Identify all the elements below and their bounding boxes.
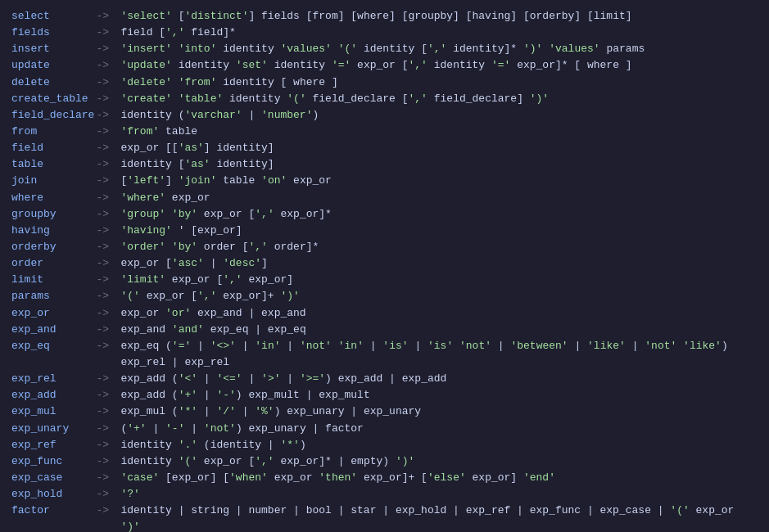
grammar-table: select->'select' ['distinct'] fields [fr… [11,8,758,532]
rule-body: exp_add ('<' | '<=' | '>' | '>=') exp_ad… [120,371,758,387]
rule-name: having [11,223,96,239]
rule-name: insert [11,41,96,57]
rule-name: exp_eq [11,338,96,371]
rule-arrow: -> [96,486,120,503]
rule-name: select [11,8,96,25]
grammar-row: join->['left'] 'join' table 'on' exp_or [11,173,758,189]
rule-arrow: -> [96,288,120,304]
rule-body: '?' [120,486,758,503]
rule-arrow: -> [96,239,120,255]
rule-name: exp_unary [11,421,96,437]
rule-body: 'insert' 'into' identity 'values' '(' id… [120,41,758,57]
rule-arrow: -> [96,57,120,74]
grammar-row: having->'having' ' [exp_or] [11,223,758,239]
rule-name: exp_mul [11,404,96,420]
rule-arrow: -> [96,140,120,156]
grammar-row: orderby->'order' 'by' order [',' order]* [11,239,758,255]
rule-arrow: -> [96,190,120,206]
rule-arrow: -> [96,156,120,173]
grammar-row: groupby->'group' 'by' exp_or [',' exp_or… [11,206,758,223]
rule-name: exp_hold [11,486,96,503]
grammar-row: table->identity ['as' identity] [11,156,758,173]
rule-name: table [11,156,96,173]
rule-name: exp_add [11,387,96,404]
rule-body: 'order' 'by' order [',' order]* [120,239,758,255]
grammar-row: exp_mul->exp_mul ('*' | '/' | '%') exp_u… [11,404,758,420]
rule-body: 'from' table [120,124,758,140]
grammar-row: insert->'insert' 'into' identity 'values… [11,41,758,57]
rule-body: 'limit' exp_or [',' exp_or] [120,272,758,288]
rule-arrow: -> [96,124,120,140]
rule-body: 'update' identity 'set' identity '=' exp… [120,57,758,74]
rule-body: ['left'] 'join' table 'on' exp_or [120,173,758,189]
grammar-row: factor->identity | string | number | boo… [11,503,758,532]
rule-body: '(' exp_or [',' exp_or]+ ')' [120,288,758,304]
rule-name: fields [11,25,96,41]
rule-body: ('+' | '-' | 'not') exp_unary | factor [120,421,758,437]
rule-name: groupby [11,206,96,223]
grammar-row: exp_eq->exp_eq ('=' | '<>' | 'in' | 'not… [11,338,758,371]
rule-name: exp_ref [11,437,96,453]
rule-name: from [11,124,96,140]
rule-body: identity ['as' identity] [120,156,758,173]
rule-name: field_declare [11,107,96,124]
rule-body: exp_add ('+' | '-') exp_mult | exp_mult [120,387,758,404]
rule-name: params [11,288,96,304]
rule-arrow: -> [96,305,120,322]
grammar-row: exp_and->exp_and 'and' exp_eq | exp_eq [11,322,758,338]
grammar-row: params->'(' exp_or [',' exp_or]+ ')' [11,288,758,304]
rule-body: 'delete' 'from' identity [ where ] [120,74,758,91]
rule-body: 'create' 'table' identity '(' field_decl… [120,91,758,107]
rule-arrow: -> [96,387,120,404]
grammar-row: limit->'limit' exp_or [',' exp_or] [11,272,758,288]
rule-name: update [11,57,96,74]
rule-name: exp_func [11,453,96,470]
rule-body: 'group' 'by' exp_or [',' exp_or]* [120,206,758,223]
rule-arrow: -> [96,206,120,223]
rule-arrow: -> [96,453,120,470]
rule-body: identity '.' (identity | '*') [120,437,758,453]
rule-arrow: -> [96,255,120,272]
rule-name: exp_case [11,470,96,486]
rule-name: where [11,190,96,206]
grammar-row: exp_func->identity '(' exp_or [',' exp_o… [11,453,758,470]
rule-body: exp_or ['asc' | 'desc'] [120,255,758,272]
rule-arrow: -> [96,503,120,532]
rule-body: identity | string | number | bool | star… [120,503,758,532]
rule-body: 'having' ' [exp_or] [120,223,758,239]
rule-name: exp_and [11,322,96,338]
rule-arrow: -> [96,437,120,453]
grammar-row: exp_add->exp_add ('+' | '-') exp_mult | … [11,387,758,404]
rule-arrow: -> [96,107,120,124]
rule-body: exp_mul ('*' | '/' | '%') exp_unary | ex… [120,404,758,420]
rule-body: exp_eq ('=' | '<>' | 'in' | 'not' 'in' |… [120,338,758,371]
rule-name: delete [11,74,96,91]
rule-arrow: -> [96,272,120,288]
rule-arrow: -> [96,41,120,57]
rule-arrow: -> [96,371,120,387]
grammar-row: exp_hold->'?' [11,486,758,503]
grammar-row: fields->field [',' field]* [11,25,758,41]
rule-arrow: -> [96,173,120,189]
rule-body: 'where' exp_or [120,190,758,206]
grammar-row: exp_ref->identity '.' (identity | '*') [11,437,758,453]
grammar-row: exp_or->exp_or 'or' exp_and | exp_and [11,305,758,322]
rule-name: exp_rel [11,371,96,387]
rule-body: identity ('varchar' | 'number') [120,107,758,124]
rule-name: exp_or [11,305,96,322]
rule-body: exp_or 'or' exp_and | exp_and [120,305,758,322]
grammar-row: field->exp_or [['as'] identity] [11,140,758,156]
rule-arrow: -> [96,322,120,338]
rule-arrow: -> [96,25,120,41]
rule-arrow: -> [96,8,120,25]
rule-name: orderby [11,239,96,255]
rule-body: field [',' field]* [120,25,758,41]
rule-name: order [11,255,96,272]
rule-name: limit [11,272,96,288]
grammar-row: create_table->'create' 'table' identity … [11,91,758,107]
grammar-row: update->'update' identity 'set' identity… [11,57,758,74]
grammar-row: exp_rel->exp_add ('<' | '<=' | '>' | '>=… [11,371,758,387]
grammar-row: exp_case->'case' [exp_or] ['when' exp_or… [11,470,758,486]
grammar-row: exp_unary->('+' | '-' | 'not') exp_unary… [11,421,758,437]
rule-body: 'case' [exp_or] ['when' exp_or 'then' ex… [120,470,758,486]
